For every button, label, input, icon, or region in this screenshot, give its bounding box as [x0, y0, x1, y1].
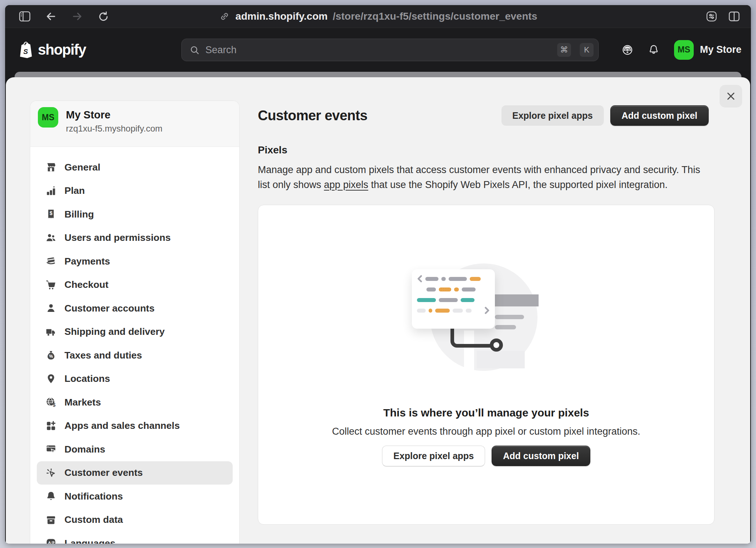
svg-text:$: $ — [53, 402, 56, 408]
sidebar-item-customer-events[interactable]: Customer events — [37, 461, 233, 485]
svg-text:A: A — [48, 541, 51, 544]
customer-events-click-icon — [46, 467, 56, 478]
sidebar-item-plan[interactable]: Plan — [37, 179, 233, 203]
storefront-icon — [46, 162, 56, 173]
sidebar-item-label: Domains — [64, 444, 105, 455]
shopify-wordmark: shopify — [38, 42, 86, 58]
store-header: MS My Store rzq1xu-f5.myshopify.com — [30, 101, 239, 147]
sidebar-item-customer-accounts[interactable]: Customer accounts — [37, 297, 233, 320]
notifications-bell-icon[interactable] — [648, 44, 659, 56]
shipping-truck-icon — [46, 326, 56, 337]
account-menu[interactable]: MS My Store — [674, 40, 741, 60]
url-host: admin.shopify.com — [236, 11, 328, 22]
customer-accounts-icon — [46, 303, 56, 314]
pixels-section-description: Manage app and custom pixels that access… — [258, 163, 714, 192]
empty-state-subtext: Collect customer events through app pixe… — [258, 426, 714, 437]
description-text: that use the Shopify Web Pixels API, the… — [368, 179, 668, 190]
sidebar-item-checkout[interactable]: Checkout — [37, 273, 233, 297]
sidebar-item-label: Notifications — [64, 491, 123, 502]
explore-pixel-apps-button[interactable]: Explore pixel apps — [501, 105, 604, 126]
search-icon — [190, 45, 200, 55]
pixels-section-title: Pixels — [258, 144, 287, 156]
payments-card-icon — [46, 256, 56, 267]
sidebar-item-locations[interactable]: Locations — [37, 367, 233, 391]
app-pixels-link[interactable]: app pixels — [324, 179, 369, 190]
billing-receipt-icon: $ — [46, 209, 56, 220]
svg-text:S: S — [23, 48, 28, 55]
add-custom-pixel-button[interactable]: Add custom pixel — [610, 105, 709, 126]
reload-icon[interactable] — [98, 11, 109, 22]
sidebar-item-billing[interactable]: $Billing — [37, 203, 233, 226]
sidebar-item-label: Payments — [64, 256, 110, 267]
shortcut-k-key: K — [580, 43, 594, 57]
page-title: Customer events — [258, 108, 367, 124]
sidebar-item-label: Custom data — [64, 514, 123, 525]
sidebar-item-markets[interactable]: $Markets — [37, 391, 233, 414]
markets-globe-icon: $ — [46, 397, 56, 408]
explore-pixel-apps-button[interactable]: Explore pixel apps — [382, 446, 485, 466]
header-store-name: My Store — [700, 44, 741, 55]
add-custom-pixel-button[interactable]: Add custom pixel — [492, 446, 590, 466]
illustration-text-line — [495, 315, 524, 319]
back-icon[interactable] — [45, 11, 57, 22]
svg-text:$: $ — [50, 211, 52, 216]
chevron-left-icon — [417, 275, 422, 282]
users-icon — [46, 232, 56, 243]
chevron-right-icon — [484, 307, 490, 314]
sidebar-item-notifications[interactable]: Notifications — [37, 485, 233, 508]
sidebar-item-label: Plan — [64, 185, 85, 196]
store-name: My Store — [66, 109, 110, 121]
sidebar-item-languages[interactable]: ALanguages — [37, 532, 233, 544]
search-placeholder: Search — [205, 44, 548, 56]
sidekick-assistant-icon[interactable] — [622, 44, 633, 56]
sidebar-item-label: Customer events — [64, 467, 143, 478]
sidebar-item-payments[interactable]: Payments — [37, 250, 233, 273]
store-avatar: MS — [38, 107, 58, 128]
sidebar-item-apps-and-sales-channels[interactable]: Apps and sales channels — [37, 414, 233, 438]
taxes-moneybag-icon: % — [46, 350, 56, 361]
browser-toolbar: admin.shopify.com/store/rzq1xu-f5/settin… — [5, 5, 751, 28]
sidebar-item-shipping-and-delivery[interactable]: Shipping and delivery — [37, 320, 233, 344]
store-domain: rzq1xu-f5.myshopify.com — [66, 124, 162, 134]
close-icon — [726, 91, 736, 101]
domains-window-icon — [46, 444, 56, 455]
custom-data-box-icon — [46, 514, 56, 525]
pixels-empty-state-card: This is where you’ll manage your pixels … — [258, 205, 714, 525]
close-button[interactable] — [720, 85, 742, 107]
shortcut-cmd-key: ⌘ — [557, 43, 571, 57]
sidebar-toggle-icon[interactable] — [19, 11, 31, 22]
sidebar-item-label: Markets — [64, 397, 101, 408]
shopify-logo[interactable]: S shopify — [17, 41, 86, 59]
locations-pin-icon — [46, 373, 56, 384]
sidebar-item-label: Checkout — [64, 279, 109, 290]
illustration-node-ring — [490, 338, 503, 352]
address-bar[interactable]: admin.shopify.com/store/rzq1xu-f5/settin… — [219, 11, 538, 22]
apps-grid-icon — [46, 420, 56, 431]
link-icon — [219, 11, 231, 22]
sidebar-item-domains[interactable]: Domains — [37, 438, 233, 461]
illustration-connector-line — [450, 329, 493, 348]
sidebar-item-label: Customer accounts — [64, 303, 154, 314]
illustration-page-block — [477, 351, 525, 368]
empty-state-heading: This is where you’ll manage your pixels — [258, 407, 714, 419]
plan-chart-icon — [46, 185, 56, 196]
sidebar-item-label: Taxes and duties — [64, 350, 142, 361]
forward-icon[interactable] — [71, 11, 83, 22]
admin-top-bar: S shopify Search ⌘ K — [5, 28, 751, 71]
sidebar-item-label: Apps and sales channels — [64, 420, 180, 431]
url-path: /store/rzq1xu-f5/settings/customer_event… — [333, 11, 538, 22]
settings-modal: MS My Store rzq1xu-f5.myshopify.com Gene… — [6, 77, 750, 544]
sidebar-item-users-and-permissions[interactable]: Users and permissions — [37, 226, 233, 250]
sidebar-item-label: Locations — [64, 373, 110, 384]
browser-window: admin.shopify.com/store/rzq1xu-f5/settin… — [5, 5, 751, 544]
split-view-icon[interactable] — [728, 11, 740, 22]
sidebar-item-general[interactable]: General — [37, 156, 233, 179]
settings-sidebar: MS My Store rzq1xu-f5.myshopify.com Gene… — [30, 101, 240, 544]
search-input[interactable]: Search ⌘ K — [181, 39, 599, 61]
sidebar-item-taxes-and-duties[interactable]: %Taxes and duties — [37, 344, 233, 367]
checkout-cart-icon — [46, 279, 56, 290]
languages-translate-icon: A — [46, 538, 56, 544]
sidebar-item-custom-data[interactable]: Custom data — [37, 508, 233, 532]
page-settings-icon[interactable] — [706, 11, 717, 22]
store-avatar: MS — [674, 40, 694, 60]
